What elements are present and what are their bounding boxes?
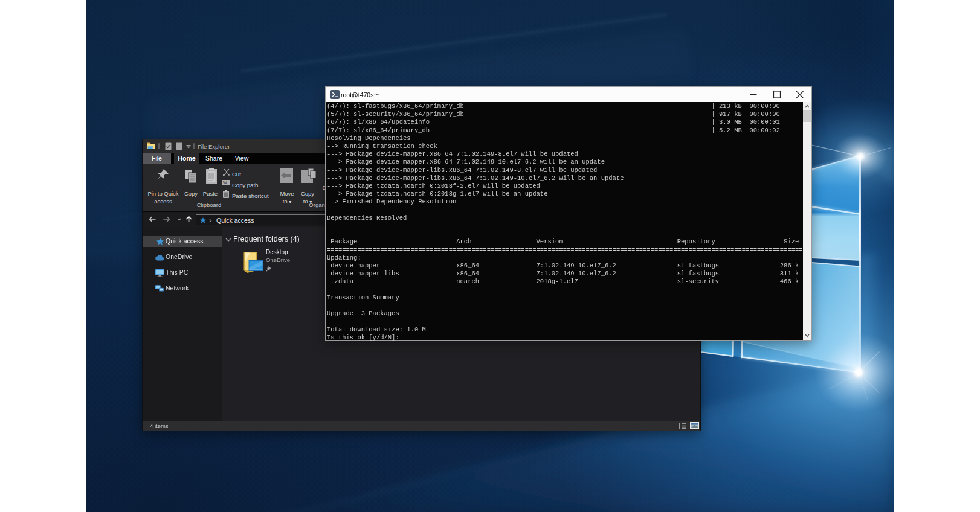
svg-text:W: W [223,181,227,185]
